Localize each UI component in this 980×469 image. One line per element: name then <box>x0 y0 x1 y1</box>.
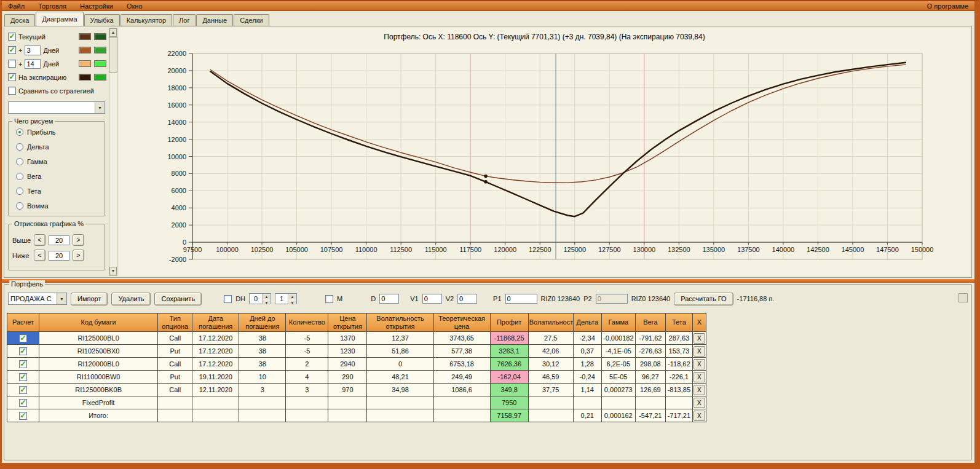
horizontal-splitter[interactable] <box>2 279 974 283</box>
spin-down-icon[interactable]: ▼ <box>263 300 271 306</box>
row-checkbox[interactable]: ✓ <box>19 412 27 420</box>
calc-checkbox-cell[interactable]: ✓ <box>7 332 39 345</box>
scroll-thumb[interactable] <box>109 37 117 73</box>
delete-row-button[interactable]: X <box>694 372 705 382</box>
draw-option[interactable]: Дельта <box>16 143 101 151</box>
v2-input[interactable] <box>457 294 477 304</box>
current-line-color-swatch[interactable] <box>79 33 91 40</box>
column-header[interactable]: Волатильность открытия <box>367 313 433 332</box>
delete-row-button[interactable]: X <box>694 333 705 344</box>
plus3-days-input[interactable] <box>25 45 41 55</box>
chevron-down-icon[interactable]: ▼ <box>57 293 66 304</box>
below-decrease-button[interactable]: < <box>34 250 45 261</box>
tab-item[interactable]: Калькулятор <box>121 14 172 26</box>
chevron-down-icon[interactable]: ▼ <box>95 102 105 113</box>
column-header[interactable]: Вега <box>635 313 665 332</box>
plus3-line-color-swatch[interactable] <box>79 47 91 53</box>
delete-row-button[interactable]: X <box>694 411 705 421</box>
calc-checkbox-cell[interactable]: ✓ <box>7 345 39 358</box>
below-percent-input[interactable] <box>49 251 69 261</box>
delete-row-button[interactable]: X <box>694 385 705 395</box>
plus14-line-color-swatch[interactable] <box>79 60 91 67</box>
spin-up-icon[interactable]: ▲ <box>288 294 296 300</box>
row-checkbox[interactable]: ✓ <box>19 334 27 342</box>
spin-down-icon[interactable]: ▼ <box>288 300 296 306</box>
scroll-up-icon[interactable]: ▲ <box>109 28 117 37</box>
strategy-compare-select[interactable]: ▼ <box>8 101 105 114</box>
plus14-checkbox[interactable] <box>8 60 16 68</box>
column-header[interactable]: Профит <box>490 313 528 332</box>
above-decrease-button[interactable]: < <box>34 234 45 246</box>
p1-input[interactable] <box>505 294 537 304</box>
menu-trading[interactable]: Торговля <box>38 2 66 10</box>
row-checkbox[interactable]: ✓ <box>19 373 27 381</box>
calc-checkbox-cell[interactable]: ✓ <box>7 396 39 409</box>
below-increase-button[interactable]: > <box>73 250 84 261</box>
delete-row-button[interactable]: X <box>694 346 705 357</box>
payoff-chart[interactable]: -200002000400060008000100001200014000160… <box>119 44 970 276</box>
tab-item[interactable]: Диаграмма <box>36 12 83 26</box>
delete-row-button[interactable]: X <box>694 359 705 369</box>
draw-option[interactable]: Вомма <box>16 202 101 210</box>
menu-window[interactable]: Окно <box>127 2 143 10</box>
tab-item[interactable]: Доска <box>4 14 35 26</box>
tab-item[interactable]: Лог <box>173 14 196 26</box>
dh-spinner-2[interactable]: 1 ▲ ▼ <box>275 293 297 304</box>
scroll-down-icon[interactable]: ▼ <box>109 267 117 275</box>
column-header[interactable]: Количество <box>286 313 328 332</box>
column-header[interactable]: Дельта <box>573 313 601 332</box>
column-header[interactable]: Тип опциона <box>158 313 192 332</box>
calc-checkbox-cell[interactable]: ✓ <box>7 358 39 371</box>
tab-item[interactable]: Данные <box>196 14 233 26</box>
current-checkbox[interactable]: ✓ <box>8 33 16 41</box>
expiration-checkbox[interactable]: ✓ <box>8 73 16 81</box>
row-checkbox[interactable]: ✓ <box>19 347 27 355</box>
menu-about[interactable]: О программе <box>927 2 968 10</box>
draw-option[interactable]: Тета <box>16 187 101 195</box>
calc-checkbox-cell[interactable]: ✓ <box>7 409 39 422</box>
tab-item[interactable]: Улыбка <box>84 14 120 26</box>
menu-file[interactable]: Файл <box>8 2 25 10</box>
plus3-fill-color-swatch[interactable] <box>94 47 106 53</box>
column-header[interactable]: Расчет <box>7 313 39 332</box>
expiration-line-color-swatch[interactable] <box>79 74 91 81</box>
save-button[interactable]: Сохранить <box>154 293 202 305</box>
import-button[interactable]: Импорт <box>71 293 108 305</box>
dh-spinner-1[interactable]: 0 ▲ ▼ <box>249 293 271 304</box>
v1-input[interactable] <box>422 294 442 304</box>
column-header[interactable]: Цена открытия <box>328 313 367 332</box>
m-checkbox[interactable] <box>325 295 333 303</box>
plus14-days-input[interactable] <box>25 59 41 69</box>
column-header[interactable]: Волатильность <box>528 313 573 332</box>
draw-option[interactable]: Гамма <box>16 157 101 165</box>
above-percent-input[interactable] <box>49 235 69 245</box>
column-header[interactable]: Тета <box>665 313 692 332</box>
current-fill-color-swatch[interactable] <box>94 33 106 40</box>
draw-option[interactable]: Прибыль <box>16 128 101 136</box>
d-input[interactable] <box>379 294 399 304</box>
column-header[interactable]: Код бумаги <box>39 313 158 332</box>
plus3-checkbox[interactable]: ✓ <box>8 46 16 54</box>
column-header[interactable]: Гамма <box>601 313 635 332</box>
row-checkbox[interactable]: ✓ <box>19 386 27 394</box>
panel-collapse-button[interactable] <box>958 293 968 302</box>
dh-checkbox[interactable] <box>224 295 232 303</box>
panel-scrollbar[interactable]: ▲ ▼ <box>109 28 117 276</box>
calc-go-button[interactable]: Рассчитать ГО <box>674 293 733 305</box>
calc-checkbox-cell[interactable]: ✓ <box>7 371 39 384</box>
column-header[interactable]: X <box>692 313 706 332</box>
calc-checkbox-cell[interactable]: ✓ <box>7 384 39 396</box>
tab-item[interactable]: Сделки <box>234 14 269 26</box>
above-increase-button[interactable]: > <box>73 234 84 246</box>
plus14-fill-color-swatch[interactable] <box>94 60 106 67</box>
strategy-combobox[interactable]: ПРОДАЖА С ▼ <box>8 293 67 305</box>
compare-strategy-checkbox[interactable] <box>8 87 16 95</box>
row-checkbox[interactable]: ✓ <box>19 360 27 368</box>
row-checkbox[interactable]: ✓ <box>19 399 27 407</box>
column-header[interactable]: Дата погашения <box>192 313 239 332</box>
delete-button[interactable]: Удалить <box>111 293 151 305</box>
menu-settings[interactable]: Настройки <box>80 2 113 10</box>
column-header[interactable]: Теоретическая цена <box>433 313 490 332</box>
scroll-track[interactable] <box>109 37 117 267</box>
expiration-fill-color-swatch[interactable] <box>94 74 106 81</box>
